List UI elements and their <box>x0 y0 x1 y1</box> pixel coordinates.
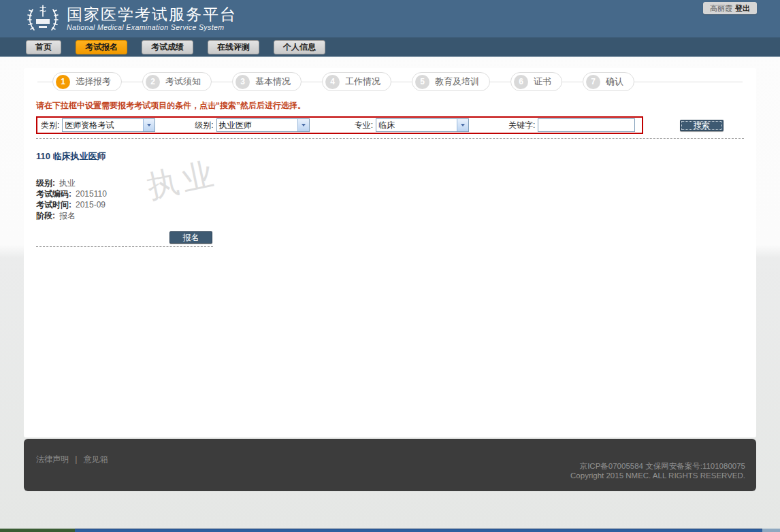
main-nav: 首页 考试报名 考试成绩 在线评测 个人信息 <box>0 37 780 57</box>
footer: 法律声明 | 意见箱 京ICP备07005584 文保网安备案号:1101080… <box>24 439 756 491</box>
search-button[interactable]: 搜索 <box>680 120 724 131</box>
category-select[interactable]: 医师资格考试 <box>62 118 155 132</box>
copyright: Copyright 2015 NMEC. ALL RIGHTS RESERVED… <box>570 471 745 480</box>
username: 高丽霞 <box>710 4 732 12</box>
exam-details: 级别: 执业 考试编码: 2015110 考试时间: 2015-09 阶段: 报… <box>36 178 744 221</box>
keyword-field: 关键字: <box>508 118 635 132</box>
step-indicator: 1 选择报考 2 考试须知 3 基本情况 4 工作情况 5 教育及培训 6 证书 <box>36 68 744 95</box>
level-field: 级别: 执业医师 <box>195 118 309 132</box>
nmec-logo-icon <box>26 3 60 35</box>
search-criteria-box: 类别: 医师资格考试 级别: 执业医师 专业: 临床 <box>36 116 643 134</box>
icp-number: 京ICP备07005584 文保网安备案号:1101080075 <box>570 461 745 471</box>
nav-tab-personal-info[interactable]: 个人信息 <box>274 40 325 54</box>
taskbar-start-segment <box>0 529 75 532</box>
step-5-education-training: 5 教育及培训 <box>412 72 490 91</box>
nav-tab-home[interactable]: 首页 <box>26 40 61 54</box>
step-3-basic-info: 3 基本情况 <box>232 72 302 91</box>
detail-row-level: 级别: 执业 <box>36 178 744 188</box>
chevron-down-icon[interactable] <box>457 119 468 131</box>
nav-tab-online-evaluation[interactable]: 在线评测 <box>208 40 259 54</box>
taskbar-tray-segment <box>762 529 780 532</box>
app-subtitle: National Medical Examination Service Sys… <box>67 23 237 31</box>
page: 国家医学考试服务平台 National Medical Examination … <box>0 0 780 532</box>
specialty-select[interactable]: 临床 <box>376 118 469 132</box>
taskbar-edge <box>0 529 780 532</box>
nav-tab-exam-registration[interactable]: 考试报名 <box>76 40 127 54</box>
app-title: 国家医学考试服务平台 <box>67 6 237 23</box>
step-number-badge: 2 <box>146 75 160 89</box>
detail-row-exam-code: 考试编码: 2015110 <box>36 188 744 199</box>
step-6-certificate: 6 证书 <box>510 72 562 91</box>
exam-title: 110 临床执业医师 <box>36 150 744 163</box>
step-number-badge: 6 <box>514 75 528 89</box>
step-2-exam-notice: 2 考试须知 <box>142 72 212 91</box>
header: 国家医学考试服务平台 National Medical Examination … <box>0 0 780 37</box>
user-session-box: 高丽霞登出 <box>703 2 757 14</box>
step-number-badge: 7 <box>586 75 600 89</box>
step-number-badge: 5 <box>415 75 429 89</box>
legal-notice-link[interactable]: 法律声明 <box>36 454 69 464</box>
step-number-badge: 1 <box>56 75 70 89</box>
level-select[interactable]: 执业医师 <box>216 118 310 132</box>
step-7-confirm: 7 确认 <box>583 72 634 91</box>
step-1-select-exam: 1 选择报考 <box>52 72 122 91</box>
logout-link[interactable]: 登出 <box>735 4 750 12</box>
step-4-work-info: 4 工作情况 <box>322 72 391 91</box>
chevron-down-icon[interactable] <box>297 119 309 131</box>
specialty-field: 专业: 临床 <box>355 118 469 132</box>
detail-row-exam-time: 考试时间: 2015-09 <box>36 199 744 210</box>
apply-button[interactable]: 报名 <box>169 231 212 244</box>
step-number-badge: 4 <box>325 75 340 89</box>
detail-row-stage: 阶段: 报名 <box>36 210 744 221</box>
content-panel: 1 选择报考 2 考试须知 3 基本情况 4 工作情况 5 教育及培训 6 证书 <box>24 68 756 437</box>
search-form-row: 类别: 医师资格考试 级别: 执业医师 专业: 临床 <box>36 116 744 134</box>
nav-tab-exam-scores[interactable]: 考试成绩 <box>142 40 193 54</box>
category-field: 类别: 医师资格考试 <box>41 118 155 132</box>
taskbar-segment <box>75 529 762 532</box>
keyword-input[interactable] <box>538 118 635 132</box>
search-hint-text: 请在下拉框中设置需要报考考试项目的条件，点击“搜索”然后后进行选择。 <box>36 100 744 112</box>
feedback-link[interactable]: 意见箱 <box>84 454 108 464</box>
exam-result-item: 110 临床执业医师 执业 级别: 执业 考试编码: 2015110 考试时间:… <box>36 139 744 247</box>
footer-links: 法律声明 | 意见箱 <box>36 454 108 465</box>
footer-legal: 京ICP备07005584 文保网安备案号:1101080075 Copyrig… <box>570 461 745 480</box>
chevron-down-icon[interactable] <box>143 119 155 131</box>
divider <box>36 246 213 247</box>
step-number-badge: 3 <box>235 75 250 89</box>
